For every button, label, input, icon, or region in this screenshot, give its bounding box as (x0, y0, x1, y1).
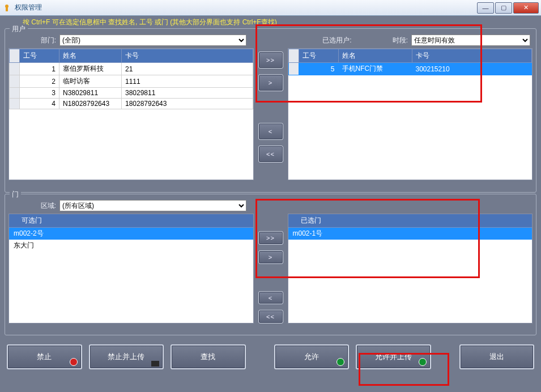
period-select[interactable]: 任意时间有效 (411, 35, 530, 46)
door-frame-label: 门 (10, 190, 21, 199)
svg-rect-1 (6, 7, 8, 11)
available-users-table[interactable]: 工号 姓名 卡号 1塞伯罗斯科技21 2临时访客1111 3N380298113… (8, 48, 254, 180)
window-title: 权限管理 (15, 3, 477, 12)
allow-icon (336, 358, 344, 366)
list-item[interactable]: m002-1号 (288, 228, 533, 240)
find-button[interactable]: 查找 (171, 344, 246, 369)
deny-button[interactable]: 禁止 (7, 344, 82, 369)
period-label: 时段: (393, 36, 408, 45)
door-add-one-button[interactable]: > (258, 250, 283, 264)
table-header-row: 工号 姓名 卡号 (288, 49, 532, 63)
dept-select[interactable]: (全部) (59, 35, 246, 46)
door-remove-one-button[interactable]: < (258, 291, 283, 305)
user-frame-label: 用户 (10, 24, 28, 34)
allow-button[interactable]: 允许 (274, 344, 350, 369)
avail-doors-header: 可选门 (22, 216, 42, 225)
selected-users-table[interactable]: 工号 姓名 卡号 5手机NFC门禁300215210 (288, 48, 533, 180)
door-remove-all-button[interactable]: << (258, 310, 283, 323)
list-item[interactable]: 东大门 (9, 240, 253, 252)
deny-icon (70, 358, 78, 366)
door-frame: 门 区域: (所有区域) 可选门 m002-2号 东大门 >> > < << 已… (5, 194, 536, 335)
remove-one-button[interactable]: < (258, 123, 283, 140)
table-row[interactable]: 1塞伯罗斯科技21 (10, 63, 253, 75)
upload-icon (151, 361, 159, 367)
allow-upload-icon (419, 358, 427, 366)
area-label: 区域: (11, 201, 56, 211)
dept-label: 部门: (11, 36, 56, 45)
exit-button[interactable]: 退出 (459, 344, 535, 369)
maximize-button[interactable]: ▢ (495, 2, 512, 14)
deny-upload-button[interactable]: 禁止并上传 (89, 344, 164, 369)
remove-all-button[interactable]: << (258, 146, 283, 163)
user-frame: 用户 部门: (全部) 已选用户: 时段: 任意时间有效 工号 姓名 卡号 1塞… (5, 28, 536, 193)
add-all-button[interactable]: >> (258, 52, 283, 69)
add-one-button[interactable]: > (258, 74, 283, 91)
footer-toolbar: 禁止 禁止并上传 查找 允许 允许并上传 退出 (0, 336, 541, 377)
table-header-row: 工号 姓名 卡号 (10, 49, 253, 63)
app-icon (2, 3, 11, 12)
area-select[interactable]: (所有区域) (59, 200, 246, 211)
available-doors-list[interactable]: 可选门 m002-2号 东大门 (8, 214, 254, 323)
close-button[interactable]: ✕ (513, 2, 539, 14)
list-item[interactable]: m002-2号 (9, 228, 253, 240)
table-row[interactable]: 5手机NFC门禁300215210 (288, 63, 532, 75)
door-add-all-button[interactable]: >> (258, 231, 283, 245)
selected-doors-list[interactable]: 已选门 m002-1号 (288, 214, 533, 323)
table-row[interactable]: 4N1802879264318028792643 (10, 99, 253, 109)
table-row[interactable]: 3N3802981138029811 (10, 88, 253, 99)
table-row[interactable]: 2临时访客1111 (10, 75, 253, 88)
selected-user-label: 已选用户: (322, 36, 351, 45)
titlebar: 权限管理 — ▢ ✕ (0, 0, 541, 16)
sel-doors-header: 已选门 (301, 216, 321, 225)
allow-upload-button[interactable]: 允许并上传 (356, 344, 431, 369)
minimize-button[interactable]: — (477, 2, 494, 14)
hint-text: 按 Ctrl+F 可在选定信息框中 查找姓名, 工号 或门 (其他大部分界面也支… (0, 16, 541, 27)
